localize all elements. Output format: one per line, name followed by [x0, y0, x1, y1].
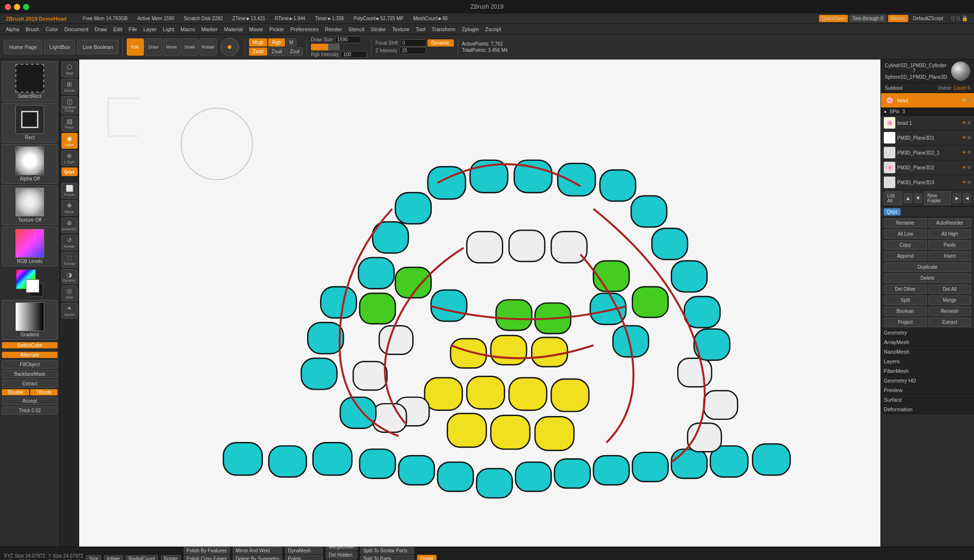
home-page-button[interactable]: Home Page	[4, 40, 42, 54]
plane3d2-1-settings-icon[interactable]: ⚙	[967, 150, 971, 155]
menu-tool[interactable]: Tool	[413, 25, 428, 33]
merge-button[interactable]: Merge	[928, 296, 972, 305]
insert-button[interactable]: Insert	[928, 251, 972, 261]
geometry-section[interactable]: Geometry	[881, 328, 974, 337]
menu-stencil[interactable]: Stencil	[345, 25, 367, 33]
plane3d2-settings-icon[interactable]: ⚙	[967, 165, 971, 170]
menu-picker[interactable]: Picker	[266, 25, 287, 33]
menu-transform[interactable]: Transform	[428, 25, 458, 33]
bottom-rotate-button[interactable]: Rotate	[161, 555, 180, 560]
rgb-levels-item[interactable]: RGB Levels	[2, 226, 58, 266]
canvas-area[interactable]	[79, 60, 880, 547]
draw-size-slider[interactable]	[311, 44, 340, 50]
mirror-weld-button[interactable]: Mirror And Weld	[233, 547, 282, 554]
nav-dynamic2[interactable]: ◑ Dynamic	[61, 269, 78, 284]
menu-movie[interactable]: Movie	[246, 25, 266, 33]
focal-shift-field[interactable]: 0	[400, 39, 427, 47]
menu-preferences[interactable]: Preferences	[287, 25, 321, 33]
size-button[interactable]: Size	[86, 555, 101, 560]
alternate-button[interactable]: Alternate	[2, 352, 58, 358]
rotate-button[interactable]: Rotate	[200, 38, 217, 56]
arrow-up-button[interactable]: ▲	[904, 193, 912, 203]
m-button[interactable]: M	[286, 38, 297, 47]
nav-floor[interactable]: ▤ Floor	[61, 116, 78, 131]
append-button[interactable]: Append	[884, 251, 927, 261]
subtool-item-plane3d1[interactable]: PM3D_Plane3D1 👁 ⚙	[881, 131, 974, 145]
zsub-button[interactable]: Zsub	[268, 48, 285, 56]
rename-button[interactable]: Rename	[884, 218, 927, 227]
plane3d1-settings-icon[interactable]: ⚙	[967, 135, 971, 140]
minimize-button[interactable]	[14, 4, 20, 10]
backface-mask-button[interactable]: BackfaceMask	[2, 370, 58, 378]
switch-color-button[interactable]: SwitchColor	[2, 342, 58, 348]
subtool-item-plane3d2-1[interactable]: PM3D_Plane3D2_1 👁 ⚙	[881, 145, 974, 160]
bead1-eye-icon[interactable]: 👁	[962, 120, 966, 125]
menu-material[interactable]: Material	[221, 25, 246, 33]
color-swatch[interactable]	[16, 270, 43, 297]
menu-alpha[interactable]: Alpha	[3, 25, 22, 33]
surface-section[interactable]: Surface	[881, 395, 974, 405]
all-low-button[interactable]: All Low	[884, 229, 927, 238]
polish-button[interactable]: Polish	[285, 555, 323, 560]
del-hidden-button[interactable]: Del Hidden	[326, 551, 357, 559]
preview-section[interactable]: Preview	[881, 385, 974, 395]
draw-size-field[interactable]: 1590	[335, 36, 361, 43]
list-all-button[interactable]: List All	[884, 191, 902, 205]
rgb-intensity-field[interactable]: 100	[341, 51, 367, 58]
nav-rotate[interactable]: ↺ Rotate	[61, 235, 78, 250]
nav-solo[interactable]: ◎ Solo	[61, 286, 78, 301]
menu-color[interactable]: Color	[43, 25, 61, 33]
thick-button[interactable]: Thick 0.02	[2, 406, 58, 415]
paste-button[interactable]: Paste	[928, 240, 972, 250]
double-button[interactable]: Double	[2, 389, 29, 395]
del-other-button[interactable]: Del Other	[884, 285, 927, 294]
see-through-button[interactable]: See-through 0	[850, 15, 886, 22]
menu-brush[interactable]: Brush	[23, 25, 42, 33]
menu-zscript[interactable]: Zscript	[482, 25, 504, 33]
nav-frame[interactable]: ⬜ Frame	[61, 183, 78, 199]
duplicate-button[interactable]: Duplicate	[884, 262, 971, 272]
radialcount-button[interactable]: RadialCount	[126, 555, 158, 560]
arraymesh-section[interactable]: ArrayMesh	[881, 337, 974, 347]
bead-eye-icon[interactable]: 👁	[956, 98, 960, 103]
nav-lsym[interactable]: ⊗ L.Sym	[61, 150, 78, 166]
mrgb-button[interactable]: Mrgb	[249, 38, 268, 47]
menu-layer[interactable]: Layer	[141, 25, 160, 33]
select-rect-item[interactable]: SelectRect	[2, 61, 58, 101]
subtool-item-bead1[interactable]: 🌸 bead 1 👁 ⚙	[881, 116, 974, 131]
delete-sym-button[interactable]: Delete By Symmetry	[233, 555, 282, 560]
delete-button[interactable]: Delete	[884, 274, 971, 283]
brush-icon[interactable]: ●	[221, 38, 239, 56]
menu-draw[interactable]: Draw	[92, 25, 110, 33]
menu-stroke[interactable]: Stroke	[368, 25, 389, 33]
nav-actual[interactable]: ⊞ Actual	[61, 79, 78, 95]
quicksave-button[interactable]: QuickSave	[819, 15, 848, 22]
lightbox-button[interactable]: LightBox	[44, 40, 75, 54]
menu-marker[interactable]: Marker	[199, 25, 221, 33]
extract-st-button[interactable]: Extract	[928, 318, 972, 327]
extract-button[interactable]: Extract	[2, 380, 58, 388]
live-boolean-button[interactable]: Live Boolean	[77, 40, 119, 54]
remesh-button[interactable]: Remesh	[928, 307, 972, 316]
inflate-button[interactable]: Inflate	[104, 555, 123, 560]
menu-texture[interactable]: Texture	[389, 25, 412, 33]
geometryhd-section[interactable]: Geometry HD	[881, 376, 974, 385]
move-button[interactable]: Move	[163, 38, 180, 56]
copy-button[interactable]: Copy	[884, 240, 927, 250]
rect-item[interactable]: Rect	[2, 103, 58, 143]
menu-edit[interactable]: Edit	[110, 25, 125, 33]
arrow-down-button[interactable]: ▼	[914, 193, 922, 203]
project-button[interactable]: Project	[884, 318, 927, 327]
count-label[interactable]: Count 6	[953, 85, 970, 91]
zcut-button[interactable]: Zcut	[287, 48, 303, 56]
menu-file[interactable]: File	[126, 25, 140, 33]
all-high-button[interactable]: All High	[928, 229, 972, 238]
deformation-section[interactable]: Deformation	[881, 405, 974, 414]
arrow-left-button[interactable]: ◄	[963, 193, 971, 203]
fibermesh-section[interactable]: FiberMesh	[881, 366, 974, 376]
texture-off-item[interactable]: Texture Off	[2, 185, 58, 225]
z-intensity-field[interactable]: 25	[400, 47, 426, 54]
boolean-button[interactable]: Boolean	[884, 307, 927, 316]
menu-render[interactable]: Render	[322, 25, 345, 33]
alpha-off-item[interactable]: Alpha Off	[2, 144, 58, 184]
